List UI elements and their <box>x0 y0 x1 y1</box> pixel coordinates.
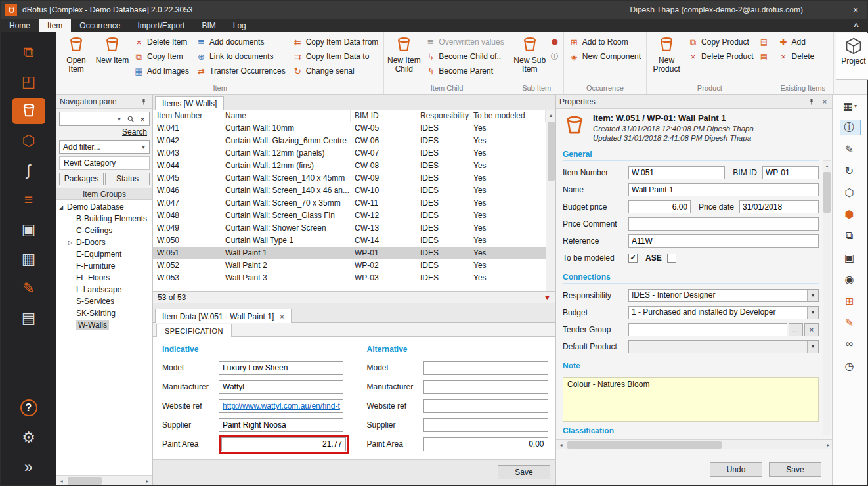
ribbon-small-button[interactable]: ⧉ Copy Item <box>131 49 192 64</box>
ribbon-small-button[interactable]: ↳ Become Child of.. <box>422 49 507 64</box>
ribbon-small-button[interactable]: ⊞ Add to Room <box>566 35 644 49</box>
tree-item[interactable]: S-Services <box>56 296 152 307</box>
panel-icon[interactable]: ✎ <box>840 315 861 330</box>
scrollbar-thumb[interactable] <box>68 477 102 485</box>
ase-checkbox[interactable] <box>667 254 676 263</box>
alternative-manufacturer-field[interactable] <box>423 380 548 394</box>
column-header-item-number[interactable]: Item Number <box>153 110 221 121</box>
specification-tab[interactable]: SPECIFICATION <box>156 324 232 337</box>
website-link[interactable]: http://www.wattyl.com.au/en/find-t <box>223 401 340 410</box>
items-vertical-scrollbar[interactable]: ▴ <box>546 110 555 291</box>
name-field[interactable] <box>628 183 819 196</box>
document-icon[interactable]: ▤ <box>12 305 45 331</box>
ribbon-small-button[interactable]: × Delete Product <box>685 49 756 64</box>
panel-icon[interactable]: ⧉ <box>840 228 861 244</box>
ribbon-small-button[interactable]: ↻ Change serial <box>290 64 382 78</box>
alternative-paint-area-field[interactable] <box>423 437 548 451</box>
tender-group-field[interactable] <box>628 323 787 336</box>
properties-horizontal-scrollbar[interactable]: ◂ ▸ <box>556 439 833 449</box>
default-product-dropdown[interactable]: ▾ <box>628 340 819 353</box>
clear-icon[interactable]: × <box>804 323 819 336</box>
new-sub-item-button[interactable]: New Sub Item <box>512 33 548 80</box>
double-chevron-icon[interactable]: » <box>12 454 45 480</box>
panel-icon[interactable]: ⬢ <box>840 206 861 222</box>
alternative-supplier-field[interactable] <box>423 418 548 432</box>
add-filter-dropdown[interactable]: Add filter... ▾ <box>59 140 150 154</box>
mini-icon-button[interactable]: ⬢ <box>548 35 561 49</box>
table-row[interactable]: W.053 Wall Paint 3 WP-03 IDES Yes <box>153 272 546 284</box>
undo-button[interactable]: Undo <box>710 462 762 477</box>
scrollbar-thumb[interactable] <box>823 172 831 213</box>
new-item-button[interactable]: New Item <box>95 33 130 80</box>
table-row[interactable]: W.041 Curtain Wall: 10mm CW-05 IDES Yes <box>153 122 546 135</box>
new-item-child-button[interactable]: New Item Child <box>386 33 422 80</box>
pin-icon[interactable] <box>806 97 817 107</box>
scroll-up-icon[interactable]: ▴ <box>550 110 552 120</box>
responsibility-dropdown[interactable]: IDES - Interior Designer ▾ <box>628 289 819 302</box>
mini-icon-button[interactable]: ▤ <box>758 49 771 64</box>
ribbon-tab[interactable]: Log <box>225 19 255 32</box>
scroll-up-icon[interactable]: ▴ <box>825 161 828 171</box>
note-textarea[interactable]: Colour - Natures Bloom <box>563 377 819 422</box>
ribbon-small-button[interactable]: ⇇ Copy Item Data from <box>290 35 382 49</box>
pencil-box-icon[interactable]: ✎ <box>12 275 45 301</box>
ribbon-small-button[interactable]: × Delete <box>775 49 818 64</box>
to-be-modeled-checkbox[interactable]: ✓ <box>628 254 638 263</box>
close-panel-icon[interactable]: × <box>819 97 830 107</box>
budget-price-field[interactable] <box>628 200 691 213</box>
open-item-button[interactable]: Open Item <box>58 33 94 80</box>
indicative-paint-area-field[interactable] <box>221 437 346 451</box>
tree-item[interactable]: FL-Floors <box>56 272 152 284</box>
minimize-button[interactable]: – <box>820 1 844 19</box>
ribbon-small-button[interactable]: ◈ New Component <box>566 49 644 64</box>
indicative-model-field[interactable] <box>219 361 343 375</box>
nav-horizontal-scrollbar[interactable]: ◂ ▸ <box>56 475 152 485</box>
tree-item[interactable]: F-Furniture <box>56 260 152 272</box>
ribbon-small-button[interactable]: ✚ Add <box>775 35 818 49</box>
table-row[interactable]: W.049 Curtain Wall: Shower Screen CW-13 … <box>153 222 546 234</box>
panel-icon[interactable]: ▣ <box>840 250 861 265</box>
ribbon-small-button[interactable]: ⧉ Copy Product <box>685 35 756 49</box>
close-tab-icon[interactable]: × <box>280 313 284 320</box>
tree-item[interactable]: SK-Skirting <box>56 307 152 319</box>
truck-icon[interactable]: ▣ <box>12 216 45 242</box>
ribbon-tab[interactable]: BIM <box>193 19 224 32</box>
panel-icon[interactable]: ◷ <box>840 358 861 374</box>
building-icon[interactable]: ▦ <box>12 246 45 272</box>
mini-icon-button[interactable]: ▤ <box>758 35 771 49</box>
table-row[interactable]: W.050 Curtain Wall Type 1 CW-14 IDES Yes <box>153 234 546 247</box>
hexagon-icon[interactable]: ⬡ <box>12 127 45 154</box>
tree-item[interactable]: ◢ Demo Database <box>56 201 152 213</box>
ribbon-small-button[interactable]: ▦ Add Images <box>131 64 192 78</box>
column-header-bim-id[interactable]: BIM ID <box>351 110 416 121</box>
table-row[interactable]: W.048 Curtain Wall: Screen_Glass Fin CW-… <box>153 210 546 222</box>
ribbon-tab[interactable]: Home <box>1 19 39 32</box>
clip-icon[interactable]: ∫ <box>12 157 45 183</box>
scroll-left-icon[interactable]: ◂ <box>556 440 566 450</box>
search-input[interactable] <box>60 112 114 125</box>
tree-item[interactable]: C-Ceilings <box>56 225 152 236</box>
ribbon-small-button[interactable]: ⊕ Link to documents <box>193 49 289 64</box>
price-comment-field[interactable] <box>628 217 819 231</box>
price-date-field[interactable] <box>739 200 819 213</box>
alternative-model-field[interactable] <box>423 361 548 375</box>
tree-item[interactable]: W-Walls <box>56 319 152 331</box>
ribbon-tab[interactable]: Import/Export <box>129 19 193 32</box>
reference-field[interactable] <box>628 234 819 248</box>
table-row[interactable]: W.042 Curtain Wall: Glazing_6mm Centre C… <box>153 135 546 147</box>
ribbon-small-button[interactable]: ≣ Add documents <box>193 35 289 49</box>
scrollbar-thumb[interactable] <box>548 121 555 181</box>
pin-icon[interactable] <box>139 97 149 107</box>
stack-icon[interactable]: ≡ <box>12 187 45 213</box>
panel-icon[interactable]: ⊞ <box>840 293 861 309</box>
ribbon-small-button[interactable]: ⇉ Copy Item Data to <box>290 49 382 64</box>
collapse-ribbon-icon[interactable]: ^ <box>845 19 867 32</box>
indicative-manufacturer-field[interactable] <box>219 380 343 394</box>
crate-icon[interactable]: ⧉ <box>12 39 45 65</box>
bim-id-field[interactable] <box>762 166 819 179</box>
pot-icon[interactable] <box>12 98 45 124</box>
ribbon-small-button[interactable]: ↰ Become Parent <box>422 64 507 78</box>
help-icon[interactable]: ? <box>12 395 45 421</box>
scroll-left-icon[interactable]: ◂ <box>56 476 66 486</box>
budget-dropdown[interactable]: 1 - Purchased and installed by Developer… <box>628 306 819 319</box>
